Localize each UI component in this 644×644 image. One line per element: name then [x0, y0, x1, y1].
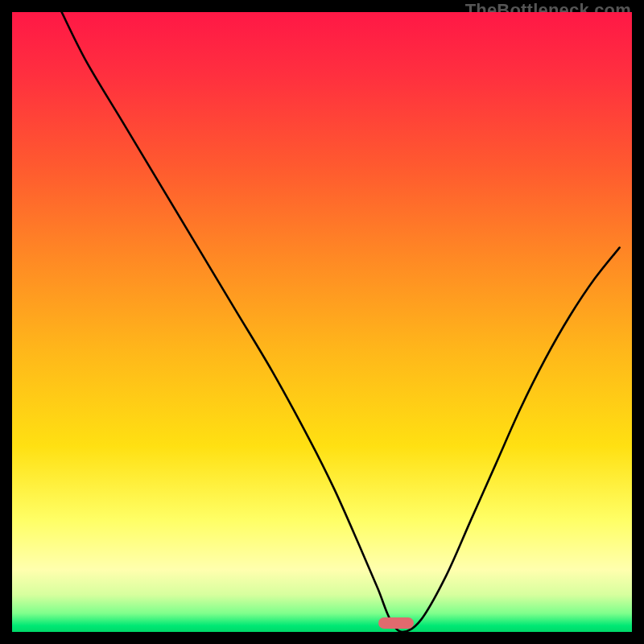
- background-gradient: [12, 12, 632, 632]
- plot-area: [12, 12, 632, 632]
- optimal-marker: [378, 617, 414, 629]
- chart-frame: TheBottleneck.com: [0, 0, 644, 644]
